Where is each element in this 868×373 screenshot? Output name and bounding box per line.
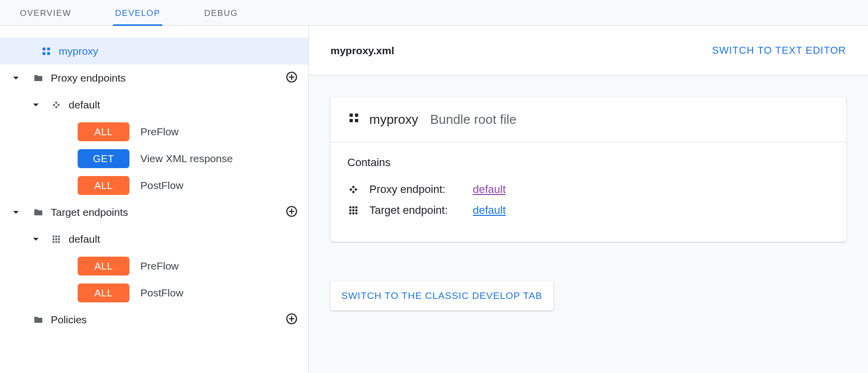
chevron-down-icon — [10, 207, 22, 218]
bundle-icon — [39, 46, 54, 57]
contains-key: Target endpoint: — [369, 204, 464, 217]
method-badge: ALL — [78, 122, 129, 141]
method-badge: GET — [78, 149, 129, 168]
chevron-down-icon — [30, 99, 42, 110]
flow-label: View XML response — [140, 153, 233, 165]
tab-overview[interactable]: OVERVIEW — [18, 2, 73, 25]
add-proxy-endpoint-button[interactable] — [285, 71, 298, 86]
proxy-endpoints-label: Proxy endpoints — [51, 72, 285, 84]
flow-view-xml-response[interactable]: GET View XML response — [0, 145, 308, 172]
target-endpoint-icon — [49, 234, 64, 245]
tab-develop[interactable]: DEVELOP — [113, 2, 162, 25]
proxy-endpoint-icon — [49, 99, 64, 110]
add-policy-button[interactable] — [285, 312, 298, 328]
contains-row-target-endpoint: Target endpoint: default — [347, 204, 829, 217]
sidebar-item-target-endpoint-default[interactable]: default — [0, 226, 308, 253]
method-badge: ALL — [78, 176, 129, 195]
sidebar: myproxy Proxy endpoints default — [0, 26, 309, 373]
flow-label: PostFlow — [140, 180, 183, 191]
folder-icon — [31, 72, 46, 84]
content-header: myproxy.xml SWITCH TO TEXT EDITOR — [309, 26, 868, 76]
folder-icon — [31, 314, 46, 326]
flow-label: PreFlow — [140, 126, 179, 138]
contains-label: Contains — [347, 156, 829, 169]
flow-label: PostFlow — [140, 287, 183, 299]
proxy-endpoint-name: default — [69, 99, 298, 111]
switch-classic-develop-button[interactable]: SWITCH TO THE CLASSIC DEVELOP TAB — [330, 281, 553, 310]
method-badge: ALL — [78, 283, 129, 302]
target-endpoint-name: default — [69, 233, 298, 245]
top-tabs: OVERVIEW DEVELOP DEBUG — [0, 0, 868, 26]
contains-key: Proxy endpoint: — [369, 183, 464, 196]
bundle-icon — [347, 111, 360, 128]
folder-icon — [31, 206, 46, 218]
chevron-down-icon — [10, 73, 22, 84]
flow-preflow[interactable]: ALL PreFlow — [0, 253, 308, 280]
bundle-card: myproxy Bundle root file Contains Proxy … — [330, 97, 846, 242]
proxy-name-label: myproxy — [59, 45, 298, 57]
flow-postflow[interactable]: ALL PostFlow — [0, 172, 308, 199]
tab-debug[interactable]: DEBUG — [202, 2, 240, 25]
flow-label: PreFlow — [140, 260, 179, 272]
target-endpoint-link[interactable]: default — [473, 204, 506, 217]
contains-row-proxy-endpoint: Proxy endpoint: default — [347, 183, 829, 196]
sidebar-group-policies[interactable]: Policies — [0, 306, 308, 333]
target-endpoint-icon — [347, 204, 360, 216]
sidebar-item-proxy-endpoint-default[interactable]: default — [0, 92, 308, 118]
flow-preflow[interactable]: ALL PreFlow — [0, 118, 308, 145]
sidebar-group-proxy-endpoints[interactable]: Proxy endpoints — [0, 65, 308, 92]
flow-postflow[interactable]: ALL PostFlow — [0, 280, 308, 306]
add-target-endpoint-button[interactable] — [285, 205, 298, 220]
content-pane: myproxy.xml SWITCH TO TEXT EDITOR myprox… — [309, 26, 868, 373]
method-badge: ALL — [78, 257, 129, 276]
proxy-endpoint-icon — [347, 184, 360, 195]
proxy-endpoint-link[interactable]: default — [473, 183, 506, 196]
chevron-down-icon — [30, 234, 42, 245]
sidebar-group-target-endpoints[interactable]: Target endpoints — [0, 199, 308, 226]
card-subtitle: Bundle root file — [430, 112, 516, 127]
switch-to-text-editor-button[interactable]: SWITCH TO TEXT EDITOR — [712, 45, 846, 56]
sidebar-item-proxy-root[interactable]: myproxy — [0, 38, 308, 65]
policies-label: Policies — [51, 314, 285, 326]
target-endpoints-label: Target endpoints — [51, 206, 285, 218]
card-title: myproxy — [369, 112, 418, 127]
filename-label: myproxy.xml — [330, 45, 394, 57]
